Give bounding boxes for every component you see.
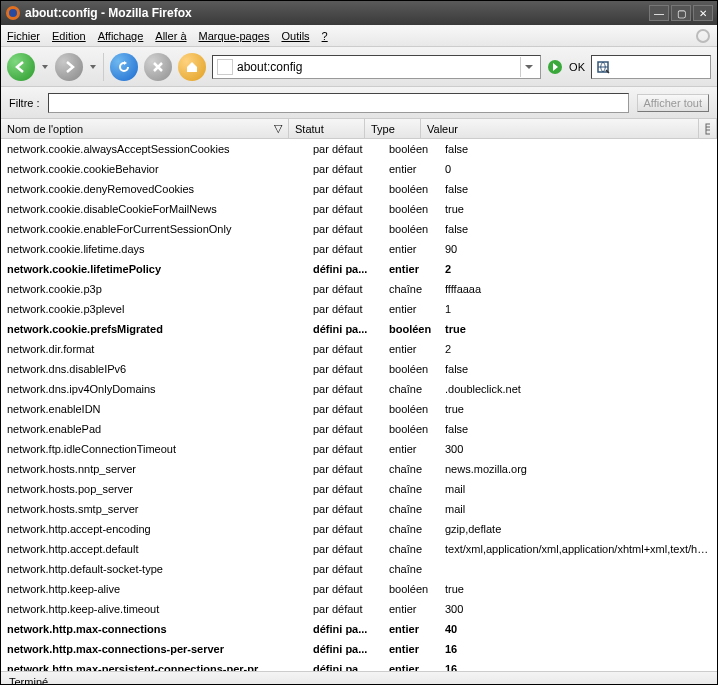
pref-row[interactable]: network.dir.formatpar défautentier2: [1, 339, 717, 359]
forward-button[interactable]: [55, 53, 83, 81]
pref-name: network.dns.ipv4OnlyDomains: [1, 381, 307, 397]
pref-value: false: [439, 181, 717, 197]
pref-row[interactable]: network.http.keep-alive.timeoutpar défau…: [1, 599, 717, 619]
pref-name: network.dir.format: [1, 341, 307, 357]
stop-button[interactable]: [144, 53, 172, 81]
column-picker-icon[interactable]: [699, 119, 717, 138]
pref-name: network.cookie.p3plevel: [1, 301, 307, 317]
pref-row[interactable]: network.hosts.pop_serverpar défautchaîne…: [1, 479, 717, 499]
pref-status: défini pa...: [307, 261, 383, 277]
column-status[interactable]: Statut: [289, 119, 365, 138]
pref-type: chaîne: [383, 521, 439, 537]
ok-label: OK: [569, 61, 585, 73]
pref-row[interactable]: network.cookie.alwaysAcceptSessionCookie…: [1, 139, 717, 159]
pref-name: network.ftp.idleConnectionTimeout: [1, 441, 307, 457]
pref-row[interactable]: network.cookie.prefsMigrateddéfini pa...…: [1, 319, 717, 339]
minimize-button[interactable]: —: [649, 5, 669, 21]
pref-type: entier: [383, 301, 439, 317]
reload-button[interactable]: [110, 53, 138, 81]
filter-input[interactable]: [48, 93, 629, 113]
pref-row[interactable]: network.cookie.lifetimePolicydéfini pa..…: [1, 259, 717, 279]
pref-status: par défaut: [307, 501, 383, 517]
home-button[interactable]: [178, 53, 206, 81]
pref-type: booléen: [383, 321, 439, 337]
sort-icon: ▽: [274, 122, 282, 135]
pref-value: false: [439, 141, 717, 157]
search-engine-icon[interactable]: [596, 60, 610, 74]
pref-value: .doubleclick.net: [439, 381, 717, 397]
pref-type: chaîne: [383, 281, 439, 297]
column-name[interactable]: Nom de l'option▽: [1, 119, 289, 138]
url-dropdown-icon[interactable]: [520, 57, 536, 77]
pref-row[interactable]: network.http.max-persistent-connections-…: [1, 659, 717, 671]
maximize-button[interactable]: ▢: [671, 5, 691, 21]
url-input[interactable]: [237, 60, 520, 74]
pref-value: 300: [439, 441, 717, 457]
search-box[interactable]: [591, 55, 711, 79]
pref-type: booléen: [383, 201, 439, 217]
pref-status: par défaut: [307, 241, 383, 257]
menu-edit[interactable]: Edition: [52, 30, 86, 42]
pref-type: entier: [383, 441, 439, 457]
pref-name: network.http.max-connections-per-server: [1, 641, 307, 657]
pref-value: true: [439, 321, 717, 337]
menu-bookmarks[interactable]: Marque-pages: [199, 30, 270, 42]
column-value[interactable]: Valeur: [421, 119, 699, 138]
pref-row[interactable]: network.cookie.denyRemovedCookiespar déf…: [1, 179, 717, 199]
back-button[interactable]: [7, 53, 35, 81]
pref-row[interactable]: network.cookie.lifetime.dayspar défauten…: [1, 239, 717, 259]
pref-type: booléen: [383, 581, 439, 597]
back-dropdown-icon[interactable]: [41, 63, 49, 71]
pref-name: network.cookie.denyRemovedCookies: [1, 181, 307, 197]
pref-status: par défaut: [307, 301, 383, 317]
pref-value: news.mozilla.org: [439, 461, 717, 477]
pref-value: false: [439, 361, 717, 377]
throbber-icon: [695, 28, 711, 44]
svg-rect-5: [706, 124, 710, 134]
pref-value: text/xml,application/xml,application/xht…: [439, 541, 717, 557]
pref-row[interactable]: network.cookie.disableCookieForMailNewsp…: [1, 199, 717, 219]
menu-help[interactable]: ?: [322, 30, 328, 42]
pref-row[interactable]: network.http.accept-encodingpar défautch…: [1, 519, 717, 539]
pref-row[interactable]: network.hosts.smtp_serverpar défautchaîn…: [1, 499, 717, 519]
pref-row[interactable]: network.enablePadpar défautbooléenfalse: [1, 419, 717, 439]
pref-type: chaîne: [383, 541, 439, 557]
pref-row[interactable]: network.ftp.idleConnectionTimeoutpar déf…: [1, 439, 717, 459]
menu-go[interactable]: Aller à: [155, 30, 186, 42]
column-type[interactable]: Type: [365, 119, 421, 138]
pref-row[interactable]: network.dns.ipv4OnlyDomainspar défautcha…: [1, 379, 717, 399]
pref-row[interactable]: network.cookie.p3plevelpar défautentier1: [1, 299, 717, 319]
pref-status: par défaut: [307, 401, 383, 417]
pref-value: 2: [439, 341, 717, 357]
close-button[interactable]: ✕: [693, 5, 713, 21]
pref-status: par défaut: [307, 281, 383, 297]
pref-row[interactable]: network.http.max-connections-per-serverd…: [1, 639, 717, 659]
menu-tools[interactable]: Outils: [281, 30, 309, 42]
pref-name: network.cookie.prefsMigrated: [1, 321, 307, 337]
pref-row[interactable]: network.http.keep-alivepar défautbooléen…: [1, 579, 717, 599]
show-all-button[interactable]: Afficher tout: [637, 94, 710, 112]
pref-status: défini pa...: [307, 321, 383, 337]
url-bar[interactable]: [212, 55, 541, 79]
preferences-list[interactable]: network.cookie.alwaysAcceptSessionCookie…: [1, 139, 717, 671]
pref-row[interactable]: network.http.default-socket-typepar défa…: [1, 559, 717, 579]
menu-file[interactable]: Fichier: [7, 30, 40, 42]
pref-row[interactable]: network.http.max-connectionsdéfini pa...…: [1, 619, 717, 639]
pref-row[interactable]: network.cookie.enableForCurrentSessionOn…: [1, 219, 717, 239]
pref-row[interactable]: network.dns.disableIPv6par défautbooléen…: [1, 359, 717, 379]
pref-row[interactable]: network.http.accept.defaultpar défautcha…: [1, 539, 717, 559]
column-headers: Nom de l'option▽ Statut Type Valeur: [1, 119, 717, 139]
pref-type: entier: [383, 241, 439, 257]
pref-row[interactable]: network.hosts.nntp_serverpar défautchaîn…: [1, 459, 717, 479]
firefox-icon: [5, 5, 21, 21]
go-icon[interactable]: [547, 59, 563, 75]
menu-view[interactable]: Affichage: [98, 30, 144, 42]
pref-status: par défaut: [307, 561, 383, 577]
pref-row[interactable]: network.enableIDNpar défautbooléentrue: [1, 399, 717, 419]
pref-row[interactable]: network.cookie.cookieBehaviorpar défaute…: [1, 159, 717, 179]
page-icon: [217, 59, 233, 75]
forward-dropdown-icon[interactable]: [89, 63, 97, 71]
pref-value: false: [439, 221, 717, 237]
pref-row[interactable]: network.cookie.p3ppar défautchaîneffffaa…: [1, 279, 717, 299]
pref-status: par défaut: [307, 601, 383, 617]
